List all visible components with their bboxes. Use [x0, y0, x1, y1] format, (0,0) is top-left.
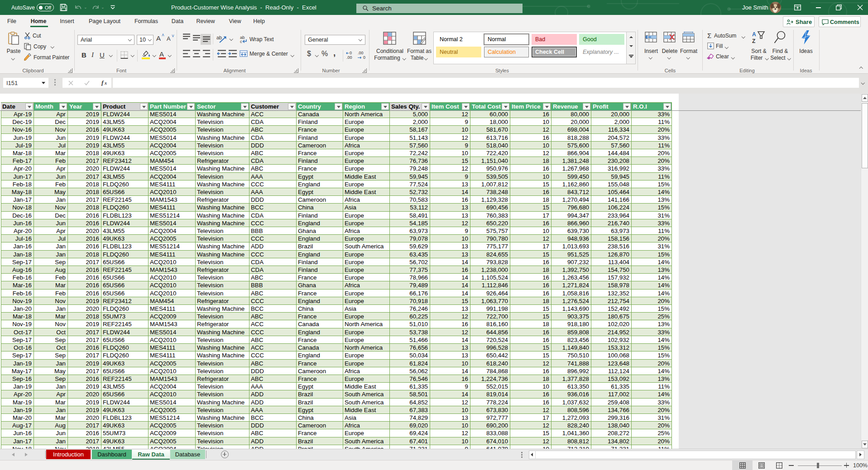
- svg-text:0: 0: [363, 55, 365, 60]
- svg-text:0: 0: [350, 51, 352, 55]
- svg-text:c: c: [240, 39, 242, 44]
- svg-text:.00: .00: [358, 51, 364, 55]
- svg-text:Z: Z: [752, 38, 755, 44]
- svg-text:ab: ab: [216, 35, 222, 40]
- svg-text:A: A: [752, 31, 756, 38]
- svg-text:.00: .00: [346, 55, 352, 60]
